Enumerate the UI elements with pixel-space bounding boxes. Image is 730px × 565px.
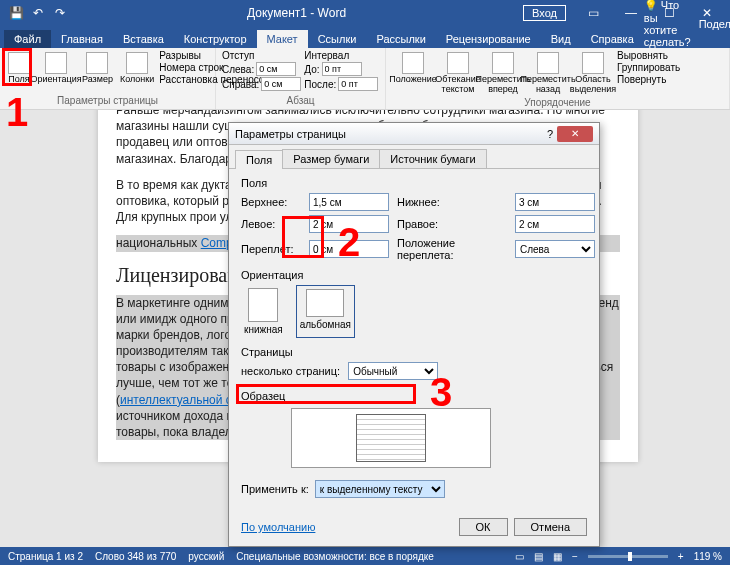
zoom-level[interactable]: 119 % [694, 551, 722, 562]
redo-icon[interactable]: ↷ [50, 3, 70, 23]
annotation-1: 1 [6, 90, 28, 135]
margin-bottom-input[interactable] [515, 193, 595, 211]
save-icon[interactable]: 💾 [6, 3, 26, 23]
apply-to-select[interactable]: к выделенному тексту [315, 480, 445, 498]
margin-right-input[interactable] [515, 215, 595, 233]
ribbon: Поля Ориентация Размер Колонки Разрывы Н… [0, 48, 730, 110]
tab-home[interactable]: Главная [51, 30, 113, 48]
columns-button[interactable]: Колонки [118, 50, 156, 87]
align-button[interactable]: Выровнять [617, 50, 680, 61]
bring-forward-button[interactable]: Переместить вперед [482, 50, 524, 97]
gutter-position-select[interactable]: Слева [515, 240, 595, 258]
status-page[interactable]: Страница 1 из 2 [8, 551, 83, 562]
pages-section-label: Страницы [241, 346, 587, 358]
sample-preview [291, 408, 491, 468]
rotate-button[interactable]: Повернуть [617, 74, 680, 85]
undo-icon[interactable]: ↶ [28, 3, 48, 23]
orientation-section-label: Ориентация [241, 269, 587, 281]
tab-layout[interactable]: Макет [257, 30, 308, 48]
margins-section-label: Поля [241, 177, 587, 189]
status-accessibility[interactable]: Специальные возможности: все в порядке [236, 551, 434, 562]
tab-design[interactable]: Конструктор [174, 30, 257, 48]
annotation-box-1 [2, 48, 32, 86]
group-button[interactable]: Группировать [617, 62, 680, 73]
position-button[interactable]: Положение [392, 50, 434, 87]
dialog-tab-margins[interactable]: Поля [235, 150, 283, 169]
login-button[interactable]: Вход [523, 5, 566, 21]
view-read-icon[interactable]: ▭ [515, 551, 524, 562]
paragraph-group-label: Абзац [222, 95, 379, 107]
dialog-tab-source[interactable]: Источник бумаги [379, 149, 486, 168]
annotation-box-3 [236, 384, 416, 404]
page-setup-dialog: Параметры страницы ? ✕ Поля Размер бумаг… [228, 122, 600, 547]
status-bar: Страница 1 из 2 Слово 348 из 770 русский… [0, 547, 730, 565]
wrap-text-button[interactable]: Обтекание текстом [437, 50, 479, 97]
tell-me-search[interactable]: 💡 Что вы хотите сделать? [644, 0, 691, 48]
spacing-after-input[interactable] [338, 77, 378, 91]
ribbon-tabs: Файл Главная Вставка Конструктор Макет С… [0, 26, 730, 48]
annotation-box-2 [282, 216, 324, 258]
ribbon-options-icon[interactable]: ▭ [576, 3, 610, 23]
annotation-2: 2 [338, 220, 360, 265]
multiple-pages-select[interactable]: Обычный [348, 362, 438, 380]
page-setup-group-label: Параметры страницы [6, 95, 209, 107]
zoom-out-icon[interactable]: − [572, 551, 578, 562]
tab-help[interactable]: Справка [581, 30, 644, 48]
margin-top-input[interactable] [309, 193, 389, 211]
tab-file[interactable]: Файл [4, 30, 51, 48]
orientation-portrait[interactable]: книжная [241, 285, 286, 338]
dialog-close-button[interactable]: ✕ [557, 126, 593, 142]
title-bar: 💾 ↶ ↷ Документ1 - Word Вход ▭ — ☐ ✕ [0, 0, 730, 26]
dialog-help-icon[interactable]: ? [547, 128, 553, 140]
cancel-button[interactable]: Отмена [514, 518, 587, 536]
tab-references[interactable]: Ссылки [308, 30, 367, 48]
tab-insert[interactable]: Вставка [113, 30, 174, 48]
ok-button[interactable]: ОК [459, 518, 508, 536]
orientation-button[interactable]: Ориентация [35, 50, 77, 87]
zoom-in-icon[interactable]: + [678, 551, 684, 562]
share-button[interactable]: Поделиться [699, 18, 730, 30]
spacing-before-input[interactable] [322, 62, 362, 76]
view-print-icon[interactable]: ▤ [534, 551, 543, 562]
status-words[interactable]: Слово 348 из 770 [95, 551, 176, 562]
send-backward-button[interactable]: Переместить назад [527, 50, 569, 97]
tab-review[interactable]: Рецензирование [436, 30, 541, 48]
indent-left-input[interactable] [256, 62, 296, 76]
annotation-3: 3 [430, 370, 452, 415]
arrange-group-label: Упорядочение [392, 97, 723, 109]
set-default-button[interactable]: По умолчанию [241, 521, 315, 533]
status-lang[interactable]: русский [188, 551, 224, 562]
indent-right-input[interactable] [261, 77, 301, 91]
indent-label: Отступ [222, 50, 301, 61]
selection-pane-button[interactable]: Область выделения [572, 50, 614, 97]
zoom-slider[interactable] [588, 555, 668, 558]
orientation-landscape[interactable]: альбомная [296, 285, 355, 338]
size-button[interactable]: Размер [80, 50, 115, 87]
dialog-tab-paper[interactable]: Размер бумаги [282, 149, 380, 168]
tab-view[interactable]: Вид [541, 30, 581, 48]
dialog-title: Параметры страницы [235, 128, 547, 140]
spacing-label: Интервал [304, 50, 378, 61]
tab-mailings[interactable]: Рассылки [366, 30, 435, 48]
view-web-icon[interactable]: ▦ [553, 551, 562, 562]
document-title: Документ1 - Word [70, 6, 523, 20]
